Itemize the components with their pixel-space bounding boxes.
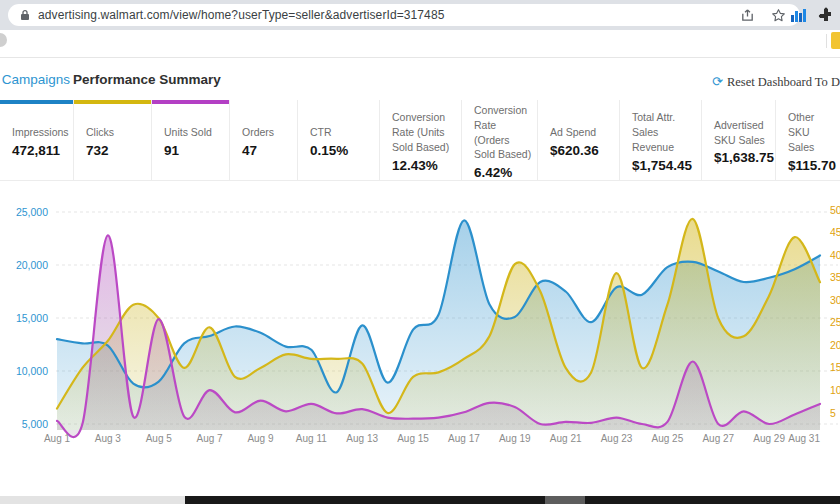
bar-chart-extension-icon[interactable] [790, 7, 806, 23]
metric-accent-bar [230, 100, 297, 104]
metric-value: 472,811 [12, 143, 69, 158]
metric-tile-total-attr-sales-revenue[interactable]: Total Attr. Sales Revenue$1,754.45 [620, 100, 702, 181]
browser-chrome: advertising.walmart.com/view/home?userTy… [0, 0, 840, 30]
metric-tile-advertised-sku-sales[interactable]: Advertised SKU Sales$1,638.75 [702, 100, 776, 181]
metric-value: 732 [86, 143, 147, 158]
metric-value: $1,754.45 [632, 158, 697, 173]
metric-accent-bar [776, 100, 840, 104]
x-axis-tick: Aug 5 [146, 433, 173, 444]
metric-label: Total Attr. Sales Revenue [632, 110, 697, 154]
metric-tile-conversion-rate-orders-sold-based[interactable]: Conversion Rate (Orders Sold Based)6.42% [462, 100, 538, 181]
metric-value: $1,638.75 [714, 150, 771, 165]
bottom-bar [0, 496, 840, 504]
metric-value: 12.43% [392, 158, 457, 173]
right-axis-tick: 40 [830, 249, 840, 261]
metric-accent-bar [620, 100, 701, 104]
x-axis-tick: Aug 31 [788, 433, 820, 444]
x-axis-tick: Aug 13 [346, 433, 378, 444]
cutoff-avatar-icon [0, 33, 7, 47]
metric-label: Advertised SKU Sales [714, 118, 771, 147]
metric-label: Orders [242, 125, 293, 140]
right-axis-tick: 45 [830, 226, 840, 238]
x-axis-tick: Aug 17 [448, 433, 480, 444]
metric-tile-clicks[interactable]: Clicks732 [74, 100, 152, 181]
metric-value: 0.15% [310, 143, 375, 158]
x-axis-tick: Aug 25 [652, 433, 684, 444]
puzzle-icon[interactable] [818, 7, 834, 23]
metric-tile-units-sold[interactable]: Units Sold91 [152, 100, 230, 181]
tab-all-campaigns[interactable]: All Campaigns [0, 72, 70, 87]
metric-value: $620.36 [550, 143, 615, 158]
metric-label: Clicks [86, 125, 147, 140]
metric-label: Conversion Rate (Units Sold Based) [392, 110, 457, 154]
right-axis-tick: 35 [830, 271, 840, 283]
bottom-bar-handle[interactable] [545, 496, 585, 504]
metric-tile-ad-spend[interactable]: Ad Spend$620.36 [538, 100, 620, 181]
right-axis-tick: 30 [830, 294, 840, 306]
x-axis-tick: Aug 29 [753, 433, 785, 444]
left-axis-tick: 15,000 [16, 312, 48, 324]
x-axis-tick: Aug 21 [550, 433, 582, 444]
right-axis-tick: 5 [830, 407, 836, 419]
metric-accent-bar [0, 100, 73, 104]
share-icon[interactable] [740, 8, 755, 23]
metric-value: 47 [242, 143, 293, 158]
metric-label: Ad Spend [550, 125, 615, 140]
metric-value: $115.70 [788, 158, 836, 173]
x-axis-tick: Aug 27 [702, 433, 734, 444]
metric-label: CTR [310, 125, 375, 140]
tab-performance-summary[interactable]: Performance Summary [73, 72, 221, 87]
reset-icon: ⟳ [712, 74, 723, 89]
star-icon[interactable] [771, 8, 786, 23]
x-axis-tick: Aug 7 [197, 433, 224, 444]
metric-accent-bar [298, 100, 379, 104]
metric-label: Other SKU Sales [788, 110, 836, 154]
chart-canvas: 5,00010,00015,00020,00025,00051015202530… [0, 193, 840, 449]
reset-label: Reset Dashboard To Default [727, 75, 840, 89]
metric-tile-ctr[interactable]: CTR0.15% [298, 100, 380, 181]
right-axis-tick: 20 [830, 339, 840, 351]
metric-accent-bar [702, 100, 775, 104]
left-axis-tick: 25,000 [16, 206, 48, 218]
metric-accent-bar [74, 100, 151, 104]
metric-tile-other-sku-sales[interactable]: Other SKU Sales$115.70 [776, 100, 840, 181]
x-axis-tick: Aug 11 [296, 433, 327, 444]
browser-subrow [0, 30, 840, 58]
right-axis-tick: 50 [830, 204, 840, 216]
metric-value: 6.42% [474, 165, 533, 180]
left-axis-tick: 5,000 [22, 418, 48, 430]
performance-chart[interactable]: 5,00010,00015,00020,00025,00051015202530… [0, 193, 840, 449]
bottom-bar-dark-segment[interactable] [185, 496, 840, 504]
metric-accent-bar [462, 100, 537, 104]
metric-tile-orders[interactable]: Orders47 [230, 100, 298, 181]
metric-tile-conversion-rate-units-sold-based[interactable]: Conversion Rate (Units Sold Based)12.43% [380, 100, 462, 181]
dashboard-header: All Campaigns Performance Summary ⟳Reset… [0, 70, 840, 96]
cutoff-yellow-icon[interactable] [831, 32, 840, 49]
right-axis-tick: 10 [830, 384, 840, 396]
metric-tile-impressions[interactable]: Impressions472,811 [0, 100, 74, 181]
metric-label: Units Sold [164, 125, 225, 140]
x-axis-tick: Aug 9 [247, 433, 274, 444]
metrics-row: Impressions472,811Clicks732Units Sold91O… [0, 100, 840, 181]
metric-accent-bar [380, 100, 461, 104]
x-axis-tick: Aug 23 [601, 433, 633, 444]
address-bar[interactable]: advertising.walmart.com/view/home?userTy… [8, 4, 800, 26]
metric-accent-bar [538, 100, 619, 104]
x-axis-tick: Aug 1 [44, 433, 71, 444]
left-axis-tick: 20,000 [16, 259, 48, 271]
x-axis-tick: Aug 19 [499, 433, 531, 444]
subrow-divider [826, 34, 827, 48]
x-axis-tick: Aug 3 [95, 433, 122, 444]
reset-dashboard-link[interactable]: ⟳Reset Dashboard To Default [712, 74, 840, 90]
right-axis-tick: 25 [830, 316, 840, 328]
left-axis-tick: 10,000 [16, 365, 48, 377]
metric-label: Conversion Rate (Orders Sold Based) [474, 103, 533, 162]
metric-value: 91 [164, 143, 225, 158]
right-axis-tick: 15 [830, 361, 840, 373]
url-text: advertising.walmart.com/view/home?userTy… [38, 8, 740, 22]
metric-accent-bar [152, 100, 229, 104]
metric-label: Impressions [12, 125, 69, 140]
lock-icon [19, 9, 31, 21]
x-axis-tick: Aug 15 [397, 433, 429, 444]
